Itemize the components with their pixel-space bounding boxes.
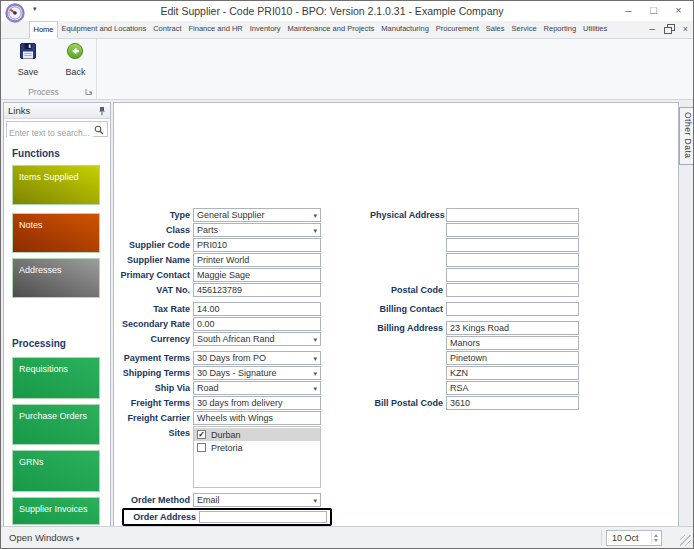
purchase-orders-button[interactable]: Purchase Orders xyxy=(12,404,100,445)
functions-heading: Functions xyxy=(12,148,110,159)
postal-code-input[interactable] xyxy=(446,283,579,297)
billing-address-input-3[interactable]: Pinetown xyxy=(446,351,579,365)
requisitions-button[interactable]: Requisitions xyxy=(12,357,100,399)
tab-utilities[interactable]: Utilities xyxy=(580,21,611,38)
order-method-select[interactable]: Email▾ xyxy=(193,493,321,507)
physical-address-input-2[interactable] xyxy=(446,223,579,237)
field-label: Freight Carrier xyxy=(120,411,193,425)
shipping-terms-select[interactable]: 30 Days - Signature▾ xyxy=(193,366,321,380)
minimize-icon[interactable]: – xyxy=(616,1,641,20)
quick-access-dropdown-icon[interactable]: ▾ xyxy=(33,5,37,13)
links-panel-header: Links xyxy=(4,103,110,119)
field-label: Billing Address xyxy=(370,321,446,335)
date-picker[interactable]: 10 Oct 2017 xyxy=(606,530,662,546)
tab-equipment-and-locations[interactable]: Equipment and Locations xyxy=(58,21,150,38)
close-icon[interactable]: × xyxy=(666,1,691,20)
site-option-label: Durban xyxy=(211,430,241,440)
pin-icon[interactable] xyxy=(98,106,106,116)
site-option-pretoria[interactable]: Pretoria xyxy=(194,441,320,454)
freight-carrier-input[interactable]: Wheels with Wings xyxy=(193,411,321,425)
order-address-input[interactable] xyxy=(199,511,327,523)
primary-contact-input[interactable]: Maggie Sage xyxy=(193,268,321,282)
physical-address-input-3[interactable] xyxy=(446,238,579,252)
vat-no-input[interactable]: 456123789 xyxy=(193,283,321,297)
tab-manufacturing[interactable]: Manufacturing xyxy=(378,21,433,38)
spinner-up-icon[interactable] xyxy=(654,534,658,537)
sites-listbox[interactable]: ✓ Durban Pretoria xyxy=(193,426,321,488)
supplier-code-input[interactable]: PRI010 xyxy=(193,238,321,252)
ship-via-select[interactable]: Road▾ xyxy=(193,381,321,395)
checkbox-checked-icon[interactable]: ✓ xyxy=(197,430,206,439)
tab-service[interactable]: Service xyxy=(508,21,540,38)
save-button-label: Save xyxy=(10,67,46,77)
grns-button[interactable]: GRNs xyxy=(12,450,100,492)
secondary-rate-input[interactable]: 0.00 xyxy=(193,317,321,331)
billing-address-input-5[interactable]: RSA xyxy=(446,381,579,395)
billing-address-input-2[interactable]: Manors xyxy=(446,336,579,350)
class-select[interactable]: Parts▾ xyxy=(193,223,321,237)
tab-contract[interactable]: Contract xyxy=(150,21,185,38)
tab-finance-and-hr[interactable]: Finance and HR xyxy=(185,21,246,38)
search-icon[interactable] xyxy=(94,125,104,135)
date-spinner[interactable] xyxy=(651,532,660,544)
field-label xyxy=(370,351,446,365)
billing-address-input-1[interactable]: 23 Kings Road xyxy=(446,321,579,335)
save-button[interactable]: Save xyxy=(10,42,46,77)
tab-reporting[interactable]: Reporting xyxy=(540,21,580,38)
field-label: Secondary Rate xyxy=(120,317,193,331)
physical-address-input-5[interactable] xyxy=(446,268,579,282)
other-data-tab[interactable]: Other Data xyxy=(679,107,694,165)
bill-postal-code-input[interactable]: 3610 xyxy=(446,396,579,410)
items-supplied-button[interactable]: Items Supplied xyxy=(12,165,100,205)
save-floppy-icon xyxy=(19,42,37,60)
billing-address-input-4[interactable]: KZN xyxy=(446,366,579,380)
chevron-down-icon: ▾ xyxy=(313,495,317,507)
resize-grip[interactable] xyxy=(680,535,691,546)
mdi-close-icon[interactable]: × xyxy=(683,24,688,34)
field-label: Physical Address xyxy=(370,208,446,222)
field-label: Tax Rate xyxy=(120,302,193,316)
tax-rate-input[interactable]: 14.00 xyxy=(193,302,321,316)
field-label: Order Method xyxy=(120,493,193,507)
physical-address-input-4[interactable] xyxy=(446,253,579,267)
checkbox-unchecked-icon[interactable] xyxy=(197,443,206,452)
tab-inventory[interactable]: Inventory xyxy=(246,21,284,38)
field-label xyxy=(370,268,446,282)
open-windows-button[interactable]: Open Windows ▾ xyxy=(9,527,80,549)
chevron-down-icon: ▾ xyxy=(313,368,317,380)
type-select[interactable]: General Supplier▾ xyxy=(193,208,321,222)
tab-maintenance-and-projects[interactable]: Maintenance and Projects xyxy=(284,21,378,38)
spinner-down-icon[interactable] xyxy=(654,539,658,542)
supplier-invoices-button[interactable]: Supplier Invoices xyxy=(12,497,100,525)
search-input[interactable] xyxy=(7,127,93,140)
supplier-name-input[interactable]: Printer World xyxy=(193,253,321,267)
mdi-minimize-icon[interactable]: – xyxy=(649,23,655,34)
back-button[interactable]: Back xyxy=(57,42,93,77)
titlebar: ▾ Edit Supplier - Code PRI010 - BPO: Ver… xyxy=(1,1,693,21)
freight-terms-input[interactable]: 30 days from delivery xyxy=(193,396,321,410)
field-label xyxy=(370,381,446,395)
window-controls: – □ × xyxy=(616,1,691,20)
mdi-restore-icon[interactable] xyxy=(664,24,674,33)
billing-contact-input[interactable] xyxy=(446,302,579,316)
addresses-button[interactable]: Addresses xyxy=(12,258,100,298)
chevron-down-icon: ▾ xyxy=(313,210,317,222)
tab-sales[interactable]: Sales xyxy=(482,21,508,38)
field-label: Currency xyxy=(120,332,193,346)
chevron-down-icon: ▾ xyxy=(313,334,317,346)
field-label xyxy=(370,336,446,350)
chevron-down-icon: ▾ xyxy=(313,225,317,237)
field-label: Primary Contact xyxy=(120,268,193,282)
tab-procurement[interactable]: Procurement xyxy=(432,21,482,38)
tab-home[interactable]: Home xyxy=(29,21,58,39)
notes-button[interactable]: Notes xyxy=(12,213,100,253)
maximize-icon[interactable]: □ xyxy=(641,1,666,20)
currency-select[interactable]: South African Rand▾ xyxy=(193,332,321,346)
form-right-column: Physical Address Postal Code Billing Con… xyxy=(370,208,579,411)
field-label: Freight Terms xyxy=(120,396,193,410)
site-option-durban[interactable]: ✓ Durban xyxy=(194,428,320,441)
dialog-launcher-icon[interactable] xyxy=(85,88,93,96)
physical-address-input-1[interactable] xyxy=(446,208,579,222)
ribbon-group-label: Process xyxy=(3,87,84,97)
payment-terms-select[interactable]: 30 Days from PO▾ xyxy=(193,351,321,365)
